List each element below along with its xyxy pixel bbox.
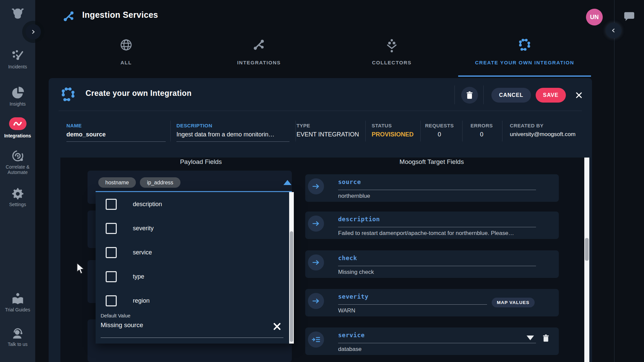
integrations-active-pill xyxy=(9,117,26,130)
description-label: DESCRIPTION xyxy=(176,123,212,128)
map-direct-button[interactable] xyxy=(308,178,324,194)
checkbox-icon[interactable] xyxy=(106,271,117,282)
target-field-underline xyxy=(338,190,536,190)
description-field-underline xyxy=(176,141,289,142)
cancel-button[interactable]: CANCEL xyxy=(491,88,531,103)
target-field-name[interactable]: check xyxy=(338,254,357,261)
field-mapping-region: Payload Fields Moogsoft Target Fields ho… xyxy=(60,158,584,362)
tab-label: CREATE YOUR OWN INTEGRATION xyxy=(458,60,591,65)
rail-collapse-button[interactable] xyxy=(606,23,621,38)
target-field-name[interactable]: description xyxy=(338,216,380,223)
map-direct-button[interactable] xyxy=(308,254,324,270)
ingestion-services-icon xyxy=(62,10,75,24)
target-field-name[interactable]: service xyxy=(338,331,365,339)
checkbox-icon[interactable] xyxy=(106,247,117,258)
collapse-dropdown-icon[interactable] xyxy=(283,180,291,185)
target-field-name[interactable]: source xyxy=(338,178,361,185)
delete-row-button[interactable] xyxy=(542,334,550,344)
arrow-right-icon xyxy=(312,221,320,227)
sidebar-item-label: Correlate & Automate xyxy=(0,164,35,175)
payload-select-focus-underline xyxy=(96,191,292,192)
checkbox-icon[interactable] xyxy=(106,223,117,234)
dropdown-option-label: region xyxy=(133,297,150,304)
target-field-underline xyxy=(338,343,536,343)
save-button[interactable]: SAVE xyxy=(536,88,566,103)
clear-default-value-button[interactable] xyxy=(273,322,282,331)
target-field-value: Missing check xyxy=(338,269,374,276)
create-integration-icon xyxy=(518,38,531,52)
tab-create-your-own-integration[interactable]: CREATE YOUR OWN INTEGRATION xyxy=(458,32,591,79)
trash-icon xyxy=(542,334,550,343)
page-title: Ingestion Services xyxy=(82,10,158,20)
dropdown-scrollbar[interactable] xyxy=(289,192,294,344)
dropdown-option-label: service xyxy=(133,249,152,256)
arrow-into-list-icon xyxy=(312,336,320,343)
sidebar-item-label: Incidents xyxy=(0,64,35,69)
correlate-automate-icon xyxy=(11,149,25,163)
checkbox-icon[interactable] xyxy=(106,295,117,306)
tab-label: ALL xyxy=(60,60,193,65)
divider xyxy=(296,121,296,141)
requests-value: 0 xyxy=(424,131,455,138)
dropdown-scrollbar-thumb[interactable] xyxy=(290,231,293,342)
payload-chip-hostname[interactable]: hostname xyxy=(98,177,136,188)
dropdown-option-severity[interactable]: severity xyxy=(96,216,283,240)
collectors-icon xyxy=(385,38,398,53)
payload-chip-ip-address[interactable]: ip_address xyxy=(140,177,180,188)
mapping-scrollbar[interactable] xyxy=(584,158,589,362)
sidebar-item-talk-to-us[interactable]: Talk to us xyxy=(0,327,35,347)
divider xyxy=(170,121,171,141)
target-row-description: description Failed to restart damenport/… xyxy=(305,212,559,239)
checkbox-icon[interactable] xyxy=(106,199,117,210)
map-list-button[interactable] xyxy=(308,331,324,348)
dropdown-option-service[interactable]: service xyxy=(96,240,283,264)
globe-icon xyxy=(119,38,133,52)
target-field-underline xyxy=(338,304,487,305)
default-value-underline xyxy=(101,338,283,338)
sidebar-item-label: Trial Guides xyxy=(0,307,35,312)
arrow-right-icon xyxy=(312,298,320,304)
target-field-name[interactable]: severity xyxy=(338,293,369,300)
sidebar-expand-button[interactable] xyxy=(25,24,41,40)
user-avatar[interactable]: UN xyxy=(586,9,603,25)
errors-label: ERRORS xyxy=(468,123,495,128)
sidebar-item-incidents[interactable]: Incidents xyxy=(0,49,35,69)
map-values-button[interactable]: MAP VALUES xyxy=(492,298,535,307)
service-dropdown-caret-icon[interactable] xyxy=(527,336,534,340)
sidebar-item-trial-guides[interactable]: Trial Guides xyxy=(0,292,35,312)
delete-integration-button[interactable] xyxy=(461,87,478,104)
ingestion-services-app: Incidents Insights Integrations xyxy=(0,0,644,362)
name-field[interactable]: demo_source xyxy=(66,131,106,138)
close-panel-button[interactable] xyxy=(574,90,584,100)
sidebar-item-integrations[interactable]: Integrations xyxy=(0,117,35,138)
target-field-value: WARN xyxy=(338,307,355,314)
mapping-scrollbar-thumb[interactable] xyxy=(585,238,589,261)
tab-all[interactable]: ALL xyxy=(60,32,193,79)
sidebar-item-label: Settings xyxy=(0,202,35,207)
default-value-field[interactable]: Missing source xyxy=(101,321,143,329)
target-row-service: service database xyxy=(305,327,559,355)
description-field[interactable]: Ingest data from a demo monitorin… xyxy=(176,131,274,138)
tab-integrations[interactable]: INTEGRATIONS xyxy=(193,32,325,79)
avatar-initials: UN xyxy=(590,14,599,21)
sidebar-item-correlate-automate[interactable]: Correlate & Automate xyxy=(0,149,35,175)
created-by-value: university@moogsoft.com xyxy=(510,131,576,138)
tab-collectors[interactable]: COLLECTORS xyxy=(325,32,458,79)
map-direct-button[interactable] xyxy=(308,293,324,309)
integrations-tab-icon xyxy=(252,38,266,52)
map-direct-button[interactable] xyxy=(308,216,324,232)
target-field-value: database xyxy=(338,346,362,353)
chat-icon[interactable] xyxy=(624,11,635,22)
moogsoft-logo[interactable] xyxy=(0,7,35,23)
dropdown-option-type[interactable]: type xyxy=(96,264,283,289)
name-field-underline xyxy=(66,141,166,142)
errors-value: 0 xyxy=(468,131,495,138)
sidebar-item-label: Talk to us xyxy=(0,342,35,347)
sidebar-item-insights[interactable]: Insights xyxy=(0,86,35,107)
gear-icon xyxy=(11,187,24,200)
dropdown-option-region[interactable]: region xyxy=(96,289,283,313)
incidents-icon xyxy=(10,49,25,63)
dropdown-option-description[interactable]: description xyxy=(96,192,283,216)
sidebar-item-settings[interactable]: Settings xyxy=(0,187,35,207)
default-value-label: Default Value xyxy=(101,313,130,318)
